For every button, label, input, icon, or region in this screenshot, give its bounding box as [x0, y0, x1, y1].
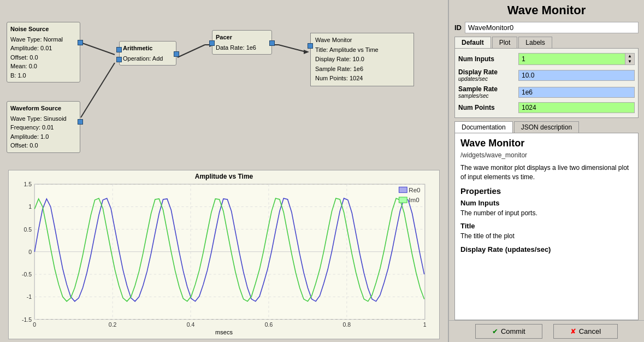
num-inputs-label: Num Inputs	[458, 55, 518, 63]
left-panel: Noise Source Wave Type: Normal Amplitude…	[0, 0, 448, 342]
chart-title: Amplitude vs Time	[9, 170, 439, 181]
waveform-source-prop-3: Offset: 0.0	[10, 141, 76, 150]
svg-text:Re0: Re0	[409, 187, 420, 193]
arithmetic-in-port-1[interactable]	[116, 57, 122, 62]
footer-buttons: ✔ Commit ✘ Cancel	[449, 320, 644, 342]
doc-content: Wave Monitor /widgets/wave_monitor The w…	[454, 133, 639, 320]
tab-plot[interactable]: Plot	[492, 37, 518, 48]
arithmetic-title: Arithmetic	[123, 44, 173, 53]
num-points-row: Num Points	[458, 102, 635, 113]
svg-text:1.5: 1.5	[23, 181, 32, 187]
chart-canvas: 1.5 1 0.5 0 -0.5 -1 -1.5 0 0.2 0.4 0.6 0…	[9, 181, 439, 328]
pacer-prop-0: Data Rate: 1e6	[216, 43, 268, 52]
property-content: Num Inputs ▲ ▼ Display Rate updates/sec …	[454, 48, 639, 118]
noise-source-out-port[interactable]	[78, 40, 83, 45]
cancel-button[interactable]: ✘ Cancel	[553, 324, 618, 339]
svg-text:0: 0	[28, 249, 32, 255]
svg-text:1: 1	[423, 322, 427, 328]
arithmetic-in-port-0[interactable]	[116, 47, 122, 52]
svg-text:-0.5: -0.5	[22, 272, 32, 278]
display-rate-input[interactable]	[518, 70, 635, 81]
doc-num-inputs-text: The number of input ports.	[460, 209, 633, 218]
doc-path: /widgets/wave_monitor	[460, 151, 633, 159]
arithmetic-prop-0: Operation: Add	[123, 54, 173, 63]
id-input[interactable]	[465, 22, 639, 33]
doc-num-inputs-heading: Num Inputs	[460, 199, 633, 207]
chart-xlabel: msecs	[9, 328, 439, 335]
num-inputs-up[interactable]: ▲	[625, 54, 634, 59]
num-inputs-down[interactable]: ▼	[625, 59, 634, 64]
noise-source-prop-3: Mean: 0.0	[10, 62, 76, 71]
arithmetic-block[interactable]: Arithmetic Operation: Add	[119, 41, 176, 66]
id-label: ID	[454, 23, 462, 32]
property-tabs: Default Plot Labels	[449, 36, 644, 48]
num-inputs-row: Num Inputs ▲ ▼	[458, 53, 635, 65]
commit-checkmark-icon: ✔	[492, 327, 498, 335]
wave-monitor-in-port[interactable]	[308, 43, 313, 49]
wave-monitor-flow-prop-1: Display Rate: 10.0	[315, 55, 409, 64]
wave-monitor-flow-prop-2: Sample Rate: 1e6	[315, 64, 409, 74]
chart-area: Amplitude vs Time	[8, 170, 440, 339]
noise-source-prop-2: Offset: 0.0	[10, 53, 76, 62]
num-inputs-spinners: ▲ ▼	[625, 53, 635, 65]
tab-default[interactable]: Default	[454, 37, 491, 48]
svg-text:Im0: Im0	[409, 197, 419, 203]
right-panel: Wave Monitor ID Default Plot Labels Num …	[448, 0, 644, 342]
wave-monitor-flow-prop-3: Num Points: 1024	[315, 74, 409, 84]
commit-button[interactable]: ✔ Commit	[475, 324, 542, 339]
tab-documentation[interactable]: Documentation	[454, 121, 513, 133]
waveform-source-block[interactable]: Waveform Source Wave Type: Sinusoid Freq…	[7, 101, 80, 153]
display-rate-row: Display Rate updates/sec	[458, 68, 635, 82]
waveform-source-title: Waveform Source	[10, 104, 76, 113]
arithmetic-out-port[interactable]	[174, 51, 179, 57]
num-points-label: Num Points	[458, 104, 518, 111]
pacer-title: Pacer	[216, 33, 268, 42]
svg-marker-7	[304, 50, 309, 54]
waveform-source-out-port[interactable]	[78, 119, 83, 125]
svg-line-0	[81, 43, 115, 55]
cancel-x-icon: ✘	[570, 327, 576, 335]
pacer-in-port[interactable]	[209, 40, 215, 46]
svg-line-6	[279, 45, 306, 52]
svg-text:-1: -1	[27, 294, 32, 300]
doc-title-text: The title of the plot	[460, 232, 633, 241]
pacer-out-port[interactable]	[269, 40, 275, 46]
num-inputs-control: ▲ ▼	[518, 53, 635, 65]
noise-source-title: Noise Source	[10, 25, 76, 34]
tab-json-description[interactable]: JSON description	[514, 121, 579, 133]
svg-text:0.5: 0.5	[23, 227, 32, 233]
svg-text:0.8: 0.8	[343, 322, 351, 328]
svg-text:-1.5: -1.5	[22, 317, 32, 323]
noise-source-prop-4: B: 1.0	[10, 71, 76, 80]
noise-source-block[interactable]: Noise Source Wave Type: Normal Amplitude…	[7, 22, 80, 82]
svg-text:0: 0	[33, 322, 36, 328]
sample-rate-input[interactable]	[518, 87, 635, 98]
doc-tabs: Documentation JSON description	[449, 118, 644, 133]
svg-text:0.6: 0.6	[265, 322, 273, 328]
right-panel-title: Wave Monitor	[449, 0, 644, 20]
wave-monitor-flow-block[interactable]: Wave Monitor Title: Amplitude vs Time Di…	[310, 33, 414, 86]
num-inputs-input[interactable]	[518, 53, 625, 65]
doc-properties-heading: Properties	[460, 186, 633, 196]
flow-diagram: Noise Source Wave Type: Normal Amplitude…	[0, 0, 448, 156]
waveform-source-prop-2: Amplitude: 1.0	[10, 132, 76, 141]
svg-text:0.4: 0.4	[187, 322, 195, 328]
tab-labels[interactable]: Labels	[518, 37, 552, 48]
doc-title-heading: Title	[460, 222, 633, 230]
doc-title: Wave Monitor	[460, 138, 633, 149]
svg-text:0.2: 0.2	[109, 322, 117, 328]
pacer-block[interactable]: Pacer Data Rate: 1e6	[212, 30, 272, 55]
svg-rect-37	[399, 197, 407, 203]
num-points-input[interactable]	[518, 102, 635, 113]
display-rate-label: Display Rate updates/sec	[458, 68, 518, 82]
wave-monitor-flow-title: Wave Monitor	[315, 36, 409, 45]
waveform-source-prop-0: Wave Type: Sinusoid	[10, 114, 76, 123]
svg-text:1: 1	[28, 204, 32, 210]
noise-source-prop-1: Amplitude: 0.01	[10, 44, 76, 53]
doc-description: The wave monitor plot displays a live tw…	[460, 163, 633, 182]
sample-rate-row: Sample Rate samples/sec	[458, 85, 635, 99]
commit-label: Commit	[501, 327, 525, 335]
svg-line-1	[81, 63, 115, 117]
cancel-label: Cancel	[579, 327, 601, 335]
noise-source-prop-0: Wave Type: Normal	[10, 35, 76, 44]
